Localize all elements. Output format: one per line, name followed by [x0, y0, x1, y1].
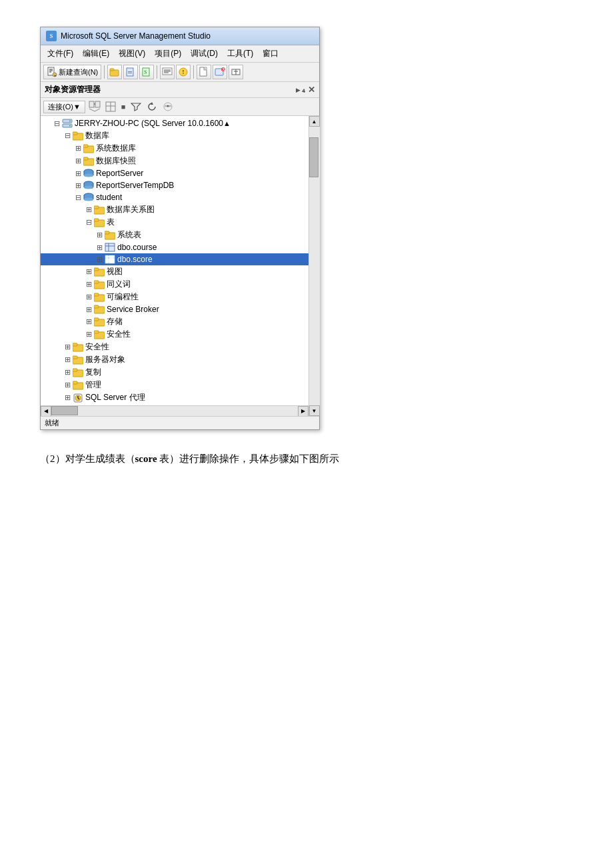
views-toggle[interactable] — [83, 267, 94, 277]
tree-item-dbo-score[interactable]: dbo.score — [41, 253, 308, 265]
vscroll-thumb[interactable] — [309, 137, 318, 177]
student-toggle[interactable] — [73, 192, 83, 203]
new-query-button[interactable]: + 新建查询(N) — [43, 65, 101, 79]
vscroll-up-arrow[interactable]: ▲ — [309, 116, 320, 127]
agent-toggle[interactable] — [62, 393, 73, 403]
server-label: JERRY-ZHOU-PC (SQL Server 10.0.1600 — [75, 119, 223, 128]
menu-file[interactable]: 文件(F) — [43, 47, 77, 61]
oe-filter-btn[interactable] — [129, 100, 143, 113]
oe-refresh-btn[interactable] — [145, 100, 159, 113]
tree-item-report-server-temp[interactable]: ReportServerTempDB — [41, 179, 308, 191]
tree-item-tables[interactable]: 表 — [41, 216, 308, 229]
svg-rect-85 — [73, 381, 77, 384]
menu-window[interactable]: 窗口 — [259, 47, 283, 61]
vscroll-down-arrow[interactable]: ▼ — [309, 405, 320, 416]
vertical-scrollbar[interactable]: ▲ ▼ — [308, 116, 319, 416]
tree-item-student[interactable]: student — [41, 191, 308, 203]
server-obj-label: 服务器对象 — [85, 354, 125, 365]
toolbar-btn-7[interactable]: X — [213, 65, 227, 79]
svg-point-53 — [84, 198, 93, 201]
hscroll-right-arrow[interactable]: ▶ — [298, 406, 308, 417]
tree-item-sql-agent[interactable]: SQL Server 代理 — [41, 391, 308, 404]
menu-debug[interactable]: 调试(D) — [187, 47, 222, 61]
sys-tables-icon — [105, 230, 115, 241]
tree-item-dbo-course[interactable]: dbo.course — [41, 241, 308, 253]
tree-item-report-server[interactable]: ReportServer — [41, 167, 308, 179]
tree-item-replication[interactable]: 复制 — [41, 366, 308, 379]
course-table-icon — [105, 242, 115, 253]
tree-item-management[interactable]: 管理 — [41, 379, 308, 391]
broker-toggle[interactable] — [83, 304, 94, 315]
oe-btn-2[interactable] — [104, 100, 117, 113]
menu-view[interactable]: 视图(V) — [115, 47, 149, 61]
oe-btn-1[interactable] — [88, 100, 101, 113]
tree-item-server[interactable]: JERRY-ZHOU-PC (SQL Server 10.0.1600 ▲ — [41, 117, 308, 129]
sql-agent-icon — [73, 393, 83, 403]
security-student-toggle[interactable] — [83, 329, 94, 340]
oe-btn-last[interactable] — [161, 100, 175, 113]
svg-text:+: + — [54, 73, 57, 77]
svg-point-49 — [84, 174, 93, 177]
databases-toggle[interactable] — [62, 131, 73, 141]
report-temp-db-icon — [83, 180, 94, 191]
tree-item-databases[interactable]: 数据库 — [41, 129, 308, 142]
toolbar-btn-3[interactable]: S — [139, 65, 154, 79]
tree-item-server-objects[interactable]: 服务器对象 — [41, 353, 308, 366]
toolbar-btn-5[interactable]: ! — [176, 65, 191, 79]
sys-tables-toggle[interactable] — [94, 230, 105, 241]
tree-item-synonyms[interactable]: 同义词 — [41, 278, 308, 291]
close-icon[interactable]: ✕ — [308, 85, 315, 95]
server-toggle[interactable] — [51, 118, 62, 129]
menu-project[interactable]: 项目(P) — [151, 47, 185, 61]
server-obj-toggle[interactable] — [62, 355, 73, 365]
svg-rect-63 — [105, 255, 115, 263]
tree-item-storage[interactable]: 存储 — [41, 315, 308, 328]
toolbar-open-button[interactable] — [107, 65, 122, 79]
synonyms-toggle[interactable] — [83, 279, 94, 290]
toolbar-btn-4[interactable] — [160, 65, 175, 79]
prog-label: 可编程性 — [107, 291, 139, 303]
toolbar-btn-6[interactable] — [197, 65, 211, 79]
hscroll-thumb[interactable] — [51, 406, 78, 415]
svg-text:!: ! — [183, 69, 185, 75]
diagram-toggle[interactable] — [83, 205, 94, 215]
storage-toggle[interactable] — [83, 317, 94, 327]
snapshot-toggle[interactable] — [73, 156, 83, 167]
tree-scroll-area: JERRY-ZHOU-PC (SQL Server 10.0.1600 ▲ — [41, 116, 308, 416]
course-toggle[interactable] — [94, 242, 105, 253]
prog-toggle[interactable] — [83, 292, 94, 303]
tree-item-sys-tables[interactable]: 系统表 — [41, 229, 308, 241]
databases-folder-icon — [73, 131, 83, 141]
tables-toggle[interactable] — [83, 217, 94, 228]
horizontal-scrollbar[interactable]: ◀ ▶ — [41, 405, 308, 416]
synonyms-icon — [94, 279, 105, 290]
tree-item-service-broker[interactable]: Service Broker — [41, 303, 308, 315]
sys-db-toggle[interactable] — [73, 143, 83, 154]
replication-toggle[interactable] — [62, 367, 73, 378]
hscroll-track[interactable] — [51, 406, 298, 417]
connect-button[interactable]: 连接(O)▼ — [43, 101, 85, 113]
tree-item-snapshot[interactable]: 数据库快照 — [41, 155, 308, 167]
svg-rect-57 — [94, 219, 99, 221]
report-temp-toggle[interactable] — [73, 180, 83, 191]
pin-icon[interactable]: ▸ ₄ — [296, 85, 305, 95]
tree-item-programmability[interactable]: 可编程性 — [41, 291, 308, 303]
management-toggle[interactable] — [62, 380, 73, 391]
menu-tools[interactable]: 工具(T) — [223, 47, 257, 61]
tree-item-diagram[interactable]: 数据库关系图 — [41, 203, 308, 216]
tree-item-security-student[interactable]: 安全性 — [41, 328, 308, 341]
toolbar-btn-8[interactable] — [229, 65, 243, 79]
tree-item-views[interactable]: 视图 — [41, 265, 308, 278]
menu-edit[interactable]: 编辑(E) — [79, 47, 113, 61]
toolbar-sep-1 — [104, 65, 105, 79]
tree-item-security-server[interactable]: 安全性 — [41, 341, 308, 353]
score-toggle[interactable] — [94, 254, 105, 265]
report-server-toggle[interactable] — [73, 168, 83, 179]
tree-item-sys-db[interactable]: 系统数据库 — [41, 142, 308, 155]
report-server-db-icon — [83, 168, 94, 179]
toolbar-btn-2[interactable] — [123, 65, 138, 79]
svg-text:X: X — [223, 67, 226, 71]
security-server-toggle[interactable] — [62, 342, 73, 353]
vscroll-track[interactable] — [309, 127, 320, 405]
hscroll-left-arrow[interactable]: ◀ — [41, 406, 51, 417]
